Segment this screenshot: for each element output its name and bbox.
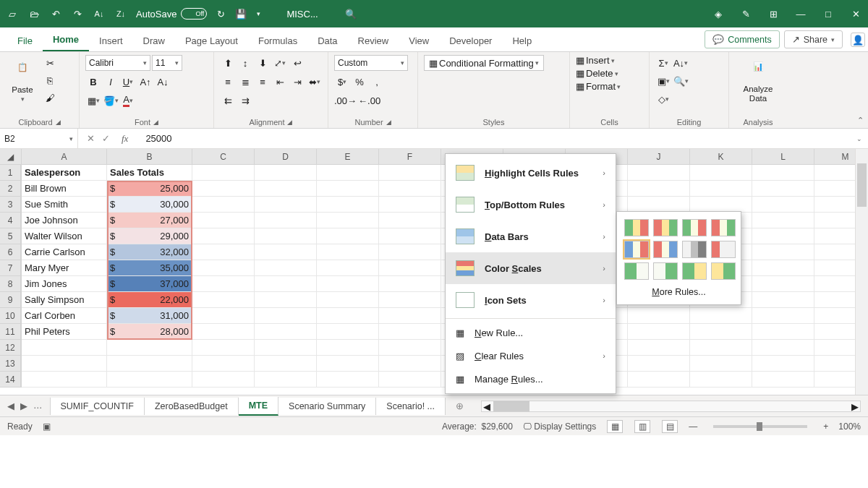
color-scale-swatch[interactable]: [682, 241, 707, 258]
cell[interactable]: [255, 228, 317, 244]
sort-desc-icon[interactable]: Z↓: [114, 7, 127, 20]
column-header[interactable]: D: [255, 149, 317, 165]
column-header[interactable]: A: [22, 149, 107, 165]
cell[interactable]: [317, 244, 379, 260]
cell[interactable]: [379, 260, 441, 276]
cell[interactable]: [690, 372, 752, 388]
sort-asc-icon[interactable]: A↓: [93, 7, 106, 20]
cell[interactable]: [255, 244, 317, 260]
tab-home[interactable]: Home: [43, 30, 89, 51]
cell[interactable]: [255, 213, 317, 228]
menu-data-bars[interactable]: Data Bars›: [446, 221, 616, 252]
cell[interactable]: [255, 308, 317, 324]
number-format-combo[interactable]: Custom▾: [334, 55, 408, 71]
cell[interactable]: [255, 276, 317, 292]
sheet-nav-more-icon[interactable]: …: [33, 401, 43, 411]
tab-view[interactable]: View: [399, 31, 439, 51]
sort-filter-icon[interactable]: A↓▾: [673, 55, 689, 71]
cell[interactable]: [690, 197, 752, 213]
cell[interactable]: $35,000: [107, 260, 192, 276]
cell[interactable]: Salesperson: [22, 165, 107, 181]
minimize-icon[interactable]: —: [794, 7, 807, 20]
cancel-formula-icon[interactable]: ✕: [87, 133, 95, 145]
cell[interactable]: [317, 372, 379, 388]
cell[interactable]: [192, 276, 255, 292]
cell[interactable]: [379, 308, 441, 324]
cut-icon[interactable]: ✂: [42, 55, 58, 71]
cell[interactable]: [317, 213, 379, 228]
cell[interactable]: [317, 292, 379, 308]
horizontal-scrollbar[interactable]: ◀▶: [481, 401, 861, 412]
insert-cells-button[interactable]: ▦ Insert ▾: [576, 55, 615, 66]
color-scale-swatch[interactable]: [682, 262, 707, 280]
cell[interactable]: Mary Myer: [22, 260, 107, 276]
row-header[interactable]: 8: [0, 276, 21, 292]
cell[interactable]: [317, 356, 379, 372]
cell[interactable]: [752, 244, 814, 260]
cell[interactable]: [255, 356, 317, 372]
row-header[interactable]: 4: [0, 213, 21, 228]
refresh-icon[interactable]: ↻: [214, 7, 227, 20]
color-scale-swatch[interactable]: [653, 262, 678, 280]
cell[interactable]: [752, 308, 814, 324]
column-header[interactable]: J: [628, 149, 690, 165]
currency-icon[interactable]: $▾: [334, 74, 350, 90]
menu-highlight-cells[interactable]: Highlight Cells Rules›: [446, 157, 616, 189]
column-header[interactable]: L: [752, 149, 814, 165]
cell[interactable]: [255, 260, 317, 276]
sheet-tab[interactable]: SUMIF_COUNTIF: [50, 398, 145, 415]
sheet-nav-prev-icon[interactable]: ◀: [7, 401, 14, 411]
open-icon[interactable]: 🗁: [27, 7, 41, 20]
cell[interactable]: [192, 340, 255, 356]
cell[interactable]: [752, 372, 814, 388]
row-header[interactable]: 11: [0, 324, 21, 340]
cell[interactable]: [192, 260, 255, 276]
indent-right-icon[interactable]: ⇉: [237, 93, 253, 108]
increase-font-icon[interactable]: A↑: [137, 74, 153, 90]
scrollbar-thumb[interactable]: [857, 163, 867, 207]
orientation-icon[interactable]: ⤢▾: [272, 55, 288, 71]
align-right-icon[interactable]: ≡: [255, 74, 271, 90]
cell[interactable]: [690, 324, 752, 340]
percent-icon[interactable]: %: [352, 74, 367, 90]
row-header[interactable]: 7: [0, 260, 21, 276]
cell[interactable]: [317, 324, 379, 340]
find-icon[interactable]: 🔍▾: [673, 73, 689, 89]
cell[interactable]: [379, 228, 441, 244]
font-name-combo[interactable]: Calibri▾: [85, 55, 150, 71]
format-painter-icon[interactable]: 🖌: [42, 90, 58, 106]
column-header[interactable]: E: [317, 149, 379, 165]
cell[interactable]: [379, 356, 441, 372]
column-header[interactable]: C: [192, 149, 255, 165]
cell[interactable]: [379, 324, 441, 340]
cell[interactable]: [317, 308, 379, 324]
zoom-in-button[interactable]: +: [823, 421, 828, 432]
column-header[interactable]: B: [107, 149, 192, 165]
align-middle-icon[interactable]: ↕: [237, 55, 253, 71]
cell[interactable]: [255, 181, 317, 197]
cell[interactable]: [628, 165, 690, 181]
cell[interactable]: [255, 324, 317, 340]
fill-color-button[interactable]: 🪣▾: [103, 93, 119, 108]
cell[interactable]: Joe Johnson: [22, 213, 107, 228]
cell[interactable]: [192, 165, 255, 181]
cell[interactable]: [107, 372, 192, 388]
draw-icon[interactable]: ✎: [739, 7, 752, 20]
cell[interactable]: [317, 276, 379, 292]
cell[interactable]: [192, 244, 255, 260]
cell[interactable]: $25,000: [107, 181, 192, 197]
cell[interactable]: [317, 181, 379, 197]
tab-data[interactable]: Data: [307, 31, 347, 51]
cell[interactable]: [628, 181, 690, 197]
color-scale-swatch[interactable]: [711, 241, 736, 258]
cell[interactable]: [752, 228, 814, 244]
autosum-icon[interactable]: Σ▾: [655, 55, 671, 71]
cell[interactable]: [255, 292, 317, 308]
cell[interactable]: [752, 197, 814, 213]
cell[interactable]: $29,000: [107, 228, 192, 244]
collapse-ribbon-icon[interactable]: ⌃: [857, 116, 864, 125]
cell[interactable]: [192, 292, 255, 308]
cell[interactable]: [690, 308, 752, 324]
cell[interactable]: [317, 197, 379, 213]
sheet-tab[interactable]: Scenario! ...: [376, 398, 446, 415]
